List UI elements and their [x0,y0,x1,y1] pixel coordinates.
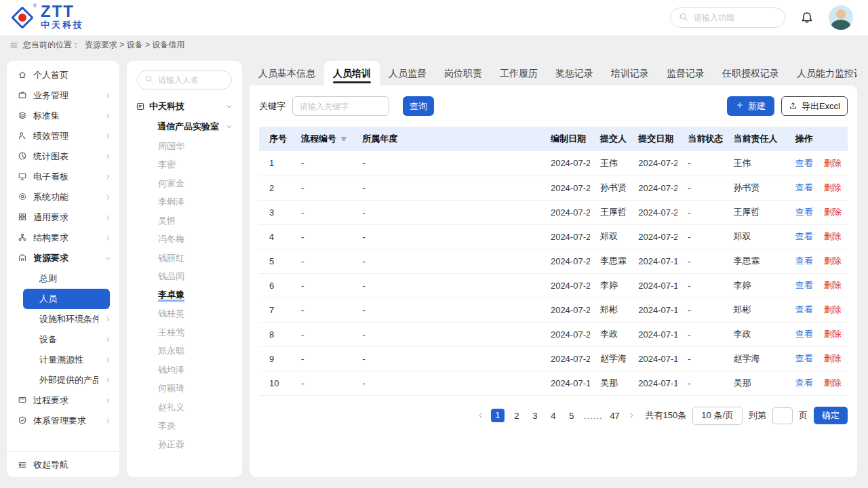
person-search[interactable] [137,70,232,89]
tab-培训记录[interactable]: 培训记录 [602,61,658,85]
lab-tree-node[interactable]: 通信产品实验室 [127,117,242,137]
person-item[interactable]: 李炯泽 [127,193,242,212]
page-number-4[interactable]: 4 [547,411,559,421]
sidebar-item-label: 体系管理要求 [33,415,86,427]
user-avatar[interactable] [829,5,853,30]
sidebar-item[interactable]: 体系管理要求 [7,411,119,431]
chevron-down-icon [226,123,233,130]
delete-link[interactable]: 删除 [824,353,842,363]
new-button[interactable]: 新建 [727,96,774,116]
grid-icon [18,212,27,224]
sidebar-item[interactable]: 通用要求 [7,207,119,228]
sidebar-item[interactable]: 计量溯源性 [7,350,119,370]
sidebar-item[interactable]: 总则 [7,268,119,289]
person-item[interactable]: 钱丽红 [127,249,242,268]
notification-bell-icon[interactable] [800,11,814,24]
person-item[interactable]: 何家金 [127,174,242,193]
person-item[interactable]: 钱桂英 [127,305,242,324]
sidebar-item[interactable]: 人员 [23,289,110,309]
person-name: 钱均泽 [158,364,184,376]
query-button[interactable]: 查询 [403,96,434,116]
tab-人员监督[interactable]: 人员监督 [380,61,435,85]
delete-link[interactable]: 删除 [824,182,842,192]
export-excel-button[interactable]: 导出Exccl [781,96,848,116]
delete-link[interactable]: 删除 [824,256,842,266]
keyword-input[interactable] [292,96,389,116]
goto-confirm-button[interactable]: 确定 [814,407,848,424]
page-number-1[interactable]: 1 [491,409,505,422]
view-link[interactable]: 查看 [795,378,813,388]
layers-icon [18,110,27,122]
page-number-3[interactable]: 3 [529,411,541,421]
next-page-button[interactable] [627,411,635,420]
goto-page-input[interactable] [772,407,793,424]
person-item[interactable]: 孙正蓉 [127,435,242,454]
person-item[interactable]: 何颖琦 [127,380,242,399]
sidebar-item[interactable]: 统计图表 [7,146,119,167]
delete-link[interactable]: 删除 [824,158,842,168]
view-link[interactable]: 查看 [795,182,813,192]
sidebar-item[interactable]: 外部提供的产品和服务 [7,370,119,390]
cell-create_date: 2024-07-24 [540,151,590,176]
delete-link[interactable]: 删除 [824,304,842,314]
tab-工作履历[interactable]: 工作履历 [491,61,547,85]
page-size-select[interactable]: 10 条/页 [692,407,743,425]
person-item[interactable]: 王桂莺 [127,323,242,342]
column-header-flow_no[interactable]: 流程编号 [291,127,352,151]
org-tree-node[interactable]: 中天科技 [127,96,242,117]
person-item[interactable]: 郑永聪 [127,342,242,361]
page-number-2[interactable]: 2 [511,411,523,421]
delete-link[interactable]: 删除 [824,231,842,241]
hamburger-icon[interactable] [9,41,18,49]
sidebar-item[interactable]: 绩效管理 [7,126,119,146]
tab-岗位职责[interactable]: 岗位职责 [435,61,491,85]
person-item[interactable]: 周国华 [127,137,242,156]
sidebar-item[interactable]: 设施和环境条件 [7,309,119,329]
tab-监督记录[interactable]: 监督记录 [658,61,713,85]
tab-人员基本信息[interactable]: 人员基本信息 [250,61,324,85]
sidebar-item[interactable]: 过程要求 [7,390,119,411]
view-link[interactable]: 查看 [795,329,813,339]
person-item[interactable]: 李密 [127,156,242,175]
tab-奖惩记录[interactable]: 奖惩记录 [547,61,602,85]
view-link[interactable]: 查看 [795,304,813,314]
function-search-input[interactable] [694,13,768,22]
view-link[interactable]: 查看 [795,353,813,363]
collapse-nav-button[interactable]: 收起导航 [7,451,119,477]
sidebar-item[interactable]: 结构要求 [7,228,119,248]
person-item[interactable]: 赵礼义 [127,398,242,417]
prev-page-button[interactable] [477,411,485,420]
sidebar-item[interactable]: 系统功能 [7,187,119,207]
sort-icon[interactable] [340,135,348,143]
tab-人员能力监控记录[interactable]: 人员能力监控记录 [788,61,857,85]
sidebar-item[interactable]: 资源要求 [7,248,119,268]
sidebar-item[interactable]: 电子看板 [7,167,119,187]
person-item[interactable]: 李炎 [127,417,242,436]
view-link[interactable]: 查看 [795,256,813,266]
view-link[interactable]: 查看 [795,280,813,290]
delete-link[interactable]: 删除 [824,280,842,290]
page-number-5[interactable]: 5 [566,411,578,421]
person-item[interactable]: 李卓豫 [127,286,242,305]
view-link[interactable]: 查看 [795,158,813,168]
delete-link[interactable]: 删除 [824,378,842,388]
person-item[interactable]: 钱品阅 [127,268,242,287]
sidebar-item[interactable]: 业务管理 [7,85,119,106]
sidebar-item[interactable]: 标准集 [7,106,119,126]
function-search[interactable] [670,7,785,28]
person-item[interactable]: 吴恒 [127,211,242,230]
delete-link[interactable]: 删除 [824,329,842,339]
view-link[interactable]: 查看 [795,231,813,241]
goto-suffix-label: 页 [799,409,808,422]
page-number-47[interactable]: 47 [609,411,621,421]
delete-link[interactable]: 删除 [824,207,842,217]
sidebar-item[interactable]: 设备 [7,329,119,350]
sidebar-item[interactable]: 个人首页 [7,65,119,85]
cell-flow_no: - [291,322,352,346]
person-item[interactable]: 钱均泽 [127,361,242,380]
person-search-input[interactable] [158,75,222,85]
person-item[interactable]: 冯冬梅 [127,230,242,249]
tab-任职授权记录[interactable]: 任职授权记录 [713,61,788,85]
view-link[interactable]: 查看 [795,207,813,217]
tab-人员培训[interactable]: 人员培训 [324,61,380,85]
